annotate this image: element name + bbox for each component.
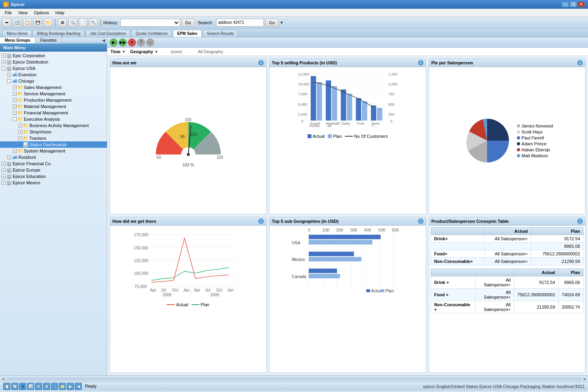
- tree-item-epicor-education[interactable]: + 🏢 Epicor Education: [0, 173, 107, 180]
- bottom-scrollbar[interactable]: ◀ ▶: [0, 375, 588, 382]
- status-icon-1[interactable]: 📋: [3, 383, 10, 390]
- menu-view[interactable]: View: [15, 10, 31, 16]
- sidebar-collapse-btn[interactable]: ◀: [102, 38, 105, 42]
- expand-sales-mgmt[interactable]: +: [13, 85, 17, 89]
- status-icon-6[interactable]: 🖥: [43, 383, 50, 390]
- close-btn[interactable]: ✕: [578, 2, 585, 7]
- pie-chart-container: James Norwood Scott Hays Paul Farrell: [431, 69, 584, 212]
- expand-service-mgmt[interactable]: +: [13, 92, 17, 96]
- svg-rect-90: [381, 289, 384, 292]
- geography-filter[interactable]: Geography ▼: [130, 49, 158, 54]
- tree-item-epic-corp[interactable]: + 🏢 Epic Corporation: [0, 52, 107, 59]
- svg-text:100: 100: [185, 118, 191, 122]
- expand-chicago[interactable]: -: [7, 79, 11, 83]
- toolbar-btn-8[interactable]: 📄: [79, 18, 87, 27]
- go-button-2[interactable]: Go: [265, 19, 279, 27]
- tree-item-status-dashboards[interactable]: 📊 Status Dashboards: [0, 141, 107, 148]
- status-icon-7[interactable]: 🔧: [51, 383, 58, 390]
- toolbar-btn-7[interactable]: 🔍: [68, 18, 77, 27]
- status-icon-9[interactable]: ▶: [67, 383, 74, 390]
- product-salesperson-info-btn[interactable]: i: [577, 218, 583, 224]
- tab-menu-items[interactable]: Menu Items: [2, 30, 32, 37]
- status-icon-10[interactable]: ◀: [75, 383, 82, 390]
- tab-epm-sales[interactable]: EPM Sales: [173, 30, 202, 37]
- tab-job-cost[interactable]: Job Cost Exceptions: [85, 30, 130, 37]
- status-icon-3[interactable]: 👤: [19, 383, 26, 390]
- tree-item-rockford[interactable]: + 🏙 Rockford: [0, 154, 107, 160]
- history-select[interactable]: [120, 19, 180, 27]
- status-icon-4[interactable]: 📊: [27, 383, 34, 390]
- menu-help[interactable]: Help: [52, 10, 68, 16]
- tab-billing[interactable]: Billing Bookings Backlog: [33, 30, 85, 37]
- tree-item-sys-mgmt[interactable]: + 📁 System Management: [0, 148, 107, 154]
- menu-options[interactable]: Options: [31, 10, 52, 16]
- tree-item-epicor-europe[interactable]: + 🏢 Epicor Europe: [0, 167, 107, 173]
- expand-rockford[interactable]: +: [7, 155, 11, 159]
- action-play-btn[interactable]: ▶: [110, 39, 118, 46]
- toolbar-btn-2[interactable]: 🔄: [13, 18, 21, 27]
- tab-search-results[interactable]: Search Results: [203, 30, 238, 37]
- action-forward-btn[interactable]: ▶▶: [119, 39, 127, 46]
- tree-item-service-mgmt[interactable]: + 📁 Service Management: [0, 91, 107, 97]
- tree-item-trackers[interactable]: + 📁 Trackers: [0, 135, 107, 141]
- status-icon-2[interactable]: 🔄: [11, 383, 18, 390]
- expand-exec-analysis[interactable]: -: [13, 117, 17, 121]
- toolbar-btn-5[interactable]: 📁: [44, 18, 52, 27]
- expand-shopvision[interactable]: +: [18, 130, 22, 134]
- expand-epic-corp[interactable]: +: [2, 54, 6, 58]
- how-did-we-info-btn[interactable]: i: [258, 218, 264, 224]
- sidebar-tab-menu-groups[interactable]: Menu Groups: [0, 37, 35, 43]
- expand-epicor-mexico[interactable]: +: [2, 181, 6, 185]
- tree-item-epicor-mexico[interactable]: + 🏢 Epicor Mexico: [0, 180, 107, 186]
- tree-item-shopvision[interactable]: + 📁 ShopVision: [0, 129, 107, 135]
- toolbar-btn-9[interactable]: 🔧: [89, 18, 98, 27]
- tree-item-exec-analysis[interactable]: - 📁 Executive Analysis: [0, 116, 107, 122]
- top5-geo-info-btn[interactable]: i: [418, 218, 424, 224]
- tree-item-epicor-usa[interactable]: - 🏢 Epicor USA: [0, 65, 107, 71]
- pie-salesperson-info-btn[interactable]: i: [577, 60, 583, 66]
- tree-item-bam[interactable]: + 📁 Business Activity Management: [0, 122, 107, 129]
- action-stop-btn[interactable]: ✕: [128, 39, 136, 46]
- time-filter[interactable]: Time ▼: [110, 49, 125, 54]
- toolbar-btn-1[interactable]: ⬅: [2, 18, 11, 27]
- expand-epicor-europe[interactable]: +: [2, 168, 6, 172]
- status-icon-8[interactable]: 📁: [59, 383, 66, 390]
- go-button-1[interactable]: Go: [182, 19, 195, 27]
- expand-bam[interactable]: +: [18, 124, 22, 127]
- tree-item-chicago[interactable]: - 🏙 Chicago: [0, 78, 107, 84]
- tree-item-financial-mgmt[interactable]: + 📁 Financial Management: [0, 110, 107, 116]
- menu-file[interactable]: File: [2, 10, 15, 16]
- toolbar-btn-4[interactable]: 💾: [33, 18, 42, 27]
- status-icon-5[interactable]: ⚙: [35, 383, 42, 390]
- toolbar-btn-6[interactable]: 🖥: [58, 18, 67, 27]
- action-help-btn[interactable]: ?: [137, 39, 145, 46]
- tree-item-prod-mgmt[interactable]: + 📁 Production Management: [0, 97, 107, 103]
- expand-epicor-dist[interactable]: +: [2, 60, 6, 64]
- tab-quote-confidence[interactable]: Quote Confidence: [131, 30, 172, 37]
- menu-bar: File View Options Help: [0, 9, 588, 17]
- toolbar-btn-3[interactable]: 📋: [23, 18, 32, 27]
- restore-btn[interactable]: ❐: [570, 2, 577, 7]
- expand-epicor-financial[interactable]: +: [2, 162, 6, 166]
- how-are-we-info-btn[interactable]: i: [258, 60, 264, 66]
- minimize-btn[interactable]: ─: [562, 2, 569, 7]
- tree-item-epicor-dist[interactable]: + 🏢 Epicor Distribution: [0, 59, 107, 65]
- expand-evanston[interactable]: +: [7, 73, 11, 77]
- go-dropdown[interactable]: ▼: [280, 21, 284, 25]
- search-input[interactable]: [216, 19, 264, 27]
- expand-material-mgmt[interactable]: +: [13, 104, 17, 108]
- tree-item-evanston[interactable]: + 🏙 Evanston: [0, 71, 107, 78]
- tree-label-material-mgmt: Material Management: [24, 104, 66, 109]
- sidebar-tab-favorites[interactable]: Favorites: [35, 37, 62, 43]
- expand-prod-mgmt[interactable]: +: [13, 98, 17, 102]
- expand-epicor-usa[interactable]: -: [2, 66, 6, 70]
- action-home-btn[interactable]: ⌂: [146, 39, 154, 46]
- top5-products-info-btn[interactable]: i: [418, 60, 424, 66]
- expand-sys-mgmt[interactable]: +: [13, 149, 17, 153]
- expand-epicor-education[interactable]: +: [2, 174, 6, 178]
- expand-financial-mgmt[interactable]: +: [13, 111, 17, 115]
- tree-item-material-mgmt[interactable]: + 📁 Material Management: [0, 103, 107, 110]
- tree-item-sales-mgmt[interactable]: + 📁 Sales Management: [0, 84, 107, 91]
- expand-trackers[interactable]: +: [18, 136, 22, 140]
- tree-item-epicor-financial[interactable]: + 🏢 Epicor Financial Co.: [0, 160, 107, 167]
